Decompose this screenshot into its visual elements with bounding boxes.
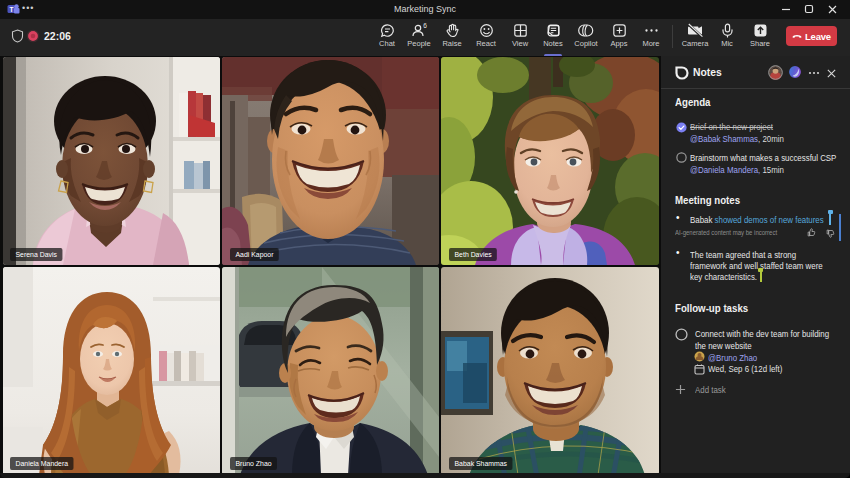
svg-text:T: T [9, 6, 13, 13]
svg-text:6: 6 [423, 23, 427, 29]
